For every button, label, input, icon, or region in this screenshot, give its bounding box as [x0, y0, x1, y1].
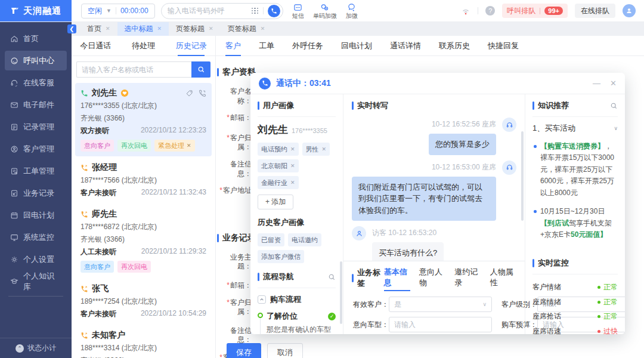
call-card-zhang-manager[interactable]: 张经理 187****7566 (北京/北京) 客户未接听 2022/10/12… [75, 158, 212, 203]
sidebar-item-system-monitor[interactable]: 系统监控 [5, 227, 67, 247]
call-card-shi[interactable]: 师先生 178****6872 (北京/北京) 齐光银 (3366) 人工未接听… [75, 204, 212, 277]
call-time: 2022/10/12 11:32:43 [141, 188, 206, 198]
help-icon[interactable]: ? [485, 6, 495, 16]
agent-status-value[interactable]: 空闲 [88, 6, 102, 16]
tag-icon[interactable] [185, 90, 193, 97]
call-card-zhangfei[interactable]: 张飞 189****7254 (北京/北京) 客户未接听 2022/10/12 … [75, 279, 212, 324]
record-doc-icon [10, 123, 18, 131]
sidebar-item-customer-mgmt[interactable]: 客户管理 [5, 139, 67, 159]
valid-customer-select[interactable]: 是 ∨ [389, 297, 492, 312]
search-icon[interactable] [610, 102, 618, 110]
collapse-icon[interactable] [258, 295, 266, 304]
sms-action[interactable]: 短信 [292, 3, 304, 19]
page-tab-3[interactable]: 页签标题✕ [169, 21, 221, 36]
call-card-unknown[interactable]: 未知客户 188****3314 (北京/北京) 齐光银 (3366) 人工未接… [75, 325, 212, 358]
section-marker [532, 259, 534, 267]
sidebar-item-email[interactable]: 电子邮件 [5, 95, 67, 115]
keypad-icon[interactable] [252, 8, 259, 14]
collapse-sidebar-button[interactable]: ❮ [67, 24, 76, 33]
close-icon[interactable]: ✕ [290, 163, 295, 169]
sidebar-item-call-center[interactable]: 呼叫中心 [5, 51, 67, 70]
close-icon[interactable]: ✕ [290, 146, 295, 152]
chevron-down-icon: ∨ [614, 125, 618, 131]
portrait-tags: 电话预约✕ 男性✕ 北京朝阳✕ 金融行业✕ [258, 143, 336, 189]
close-icon[interactable]: ✕ [610, 79, 617, 88]
sidebar-item-ticket-mgmt[interactable]: 工单管理 [5, 161, 67, 181]
tab-callback-plan[interactable]: 回电计划 [341, 36, 372, 56]
call-queue-pill[interactable]: 呼叫排队 99+ [502, 4, 568, 18]
qr-add-wechat-action[interactable]: 单码加微 [313, 3, 337, 19]
monitor-section-title: 实时监控 [532, 258, 618, 274]
history-tag[interactable]: 电话邀约 [288, 233, 321, 246]
add-wechat-action[interactable]: 加微 [346, 3, 358, 19]
tab-intent-person[interactable]: 意向人物 [419, 267, 445, 291]
call-card-liu[interactable]: 刘先生 176****3355 (北京/北京) 齐光银 (3366) 双方接听 … [75, 83, 212, 156]
tag-callback-again[interactable]: 再次回电 [117, 140, 151, 152]
history-tag[interactable]: 已留资 [258, 233, 284, 246]
sidebar-item-record-mgmt[interactable]: 记录管理 [5, 117, 67, 137]
sidebar-item-home[interactable]: 首页 [5, 29, 67, 48]
tag-callback-again[interactable]: 再次回电 [117, 261, 151, 273]
callback-phone-icon[interactable] [199, 90, 206, 97]
portrait-tag[interactable]: 电话预约✕ [258, 143, 299, 156]
close-icon[interactable]: ✕ [106, 26, 110, 32]
dial-input[interactable] [168, 7, 247, 15]
portrait-tag[interactable]: 北京朝阳✕ [258, 159, 299, 172]
portrait-tag[interactable]: 金融行业✕ [258, 176, 299, 189]
scrollbar-thumb[interactable] [521, 131, 524, 221]
minimize-icon[interactable]: — [593, 79, 600, 88]
sidebar-item-online-service[interactable]: 在线客服 [5, 73, 67, 92]
save-button[interactable]: 保存 [227, 343, 261, 358]
online-queue-pill[interactable]: 在线排队 [575, 4, 615, 18]
tab-contact-history[interactable]: 联系历史 [439, 36, 470, 56]
sidebar-item-personal-settings[interactable]: 个人设置 [5, 249, 67, 269]
history-tag[interactable]: 添加客户微信 [258, 250, 304, 263]
tab-quick-reply[interactable]: 快捷回复 [488, 36, 519, 56]
tab-ticket[interactable]: 工单 [259, 36, 274, 56]
tab-pending[interactable]: 待处理 [119, 36, 167, 55]
tab-invite-record[interactable]: 邀约记录 [454, 267, 481, 291]
dial-input-box[interactable] [161, 3, 283, 19]
sidebar-item-knowledge-base[interactable]: 个人知识库 [5, 271, 67, 291]
process-step[interactable]: 了解价位✓ 那您是有确认的车型了吗，想先了解价位还是想再对比一下竞品呢? [267, 311, 336, 334]
tag-intent-customer[interactable]: 意向客户 [80, 140, 114, 152]
close-icon[interactable]: ✕ [157, 26, 162, 32]
tag-intent-customer[interactable]: 意向客户 [80, 261, 114, 273]
mail-icon [10, 101, 18, 109]
tab-person-attr[interactable]: 人物属性 [490, 267, 516, 291]
phone-missed-icon [80, 164, 88, 172]
close-icon[interactable]: ✕ [290, 180, 295, 186]
page-tab-4[interactable]: 页签标题✕ [221, 21, 273, 36]
search-icon[interactable] [328, 273, 336, 281]
tab-call-detail[interactable]: 通话详情 [390, 36, 421, 56]
topbar-right: ? 呼叫排队 99+ 在线排队 [461, 4, 644, 18]
knowledge-group[interactable]: 1、买车活动 ∨ [532, 123, 618, 134]
close-icon[interactable]: ✕ [322, 146, 327, 152]
agent-status-box[interactable]: 空闲 ▼ 00:00:00 [81, 4, 155, 18]
business-tags-tabs: 基本信息 意向人物 邀约记录 人物属性 [384, 267, 516, 291]
tab-customer[interactable]: 客户 [225, 36, 241, 56]
tab-outbound-task[interactable]: 外呼任务 [292, 36, 323, 56]
tab-history[interactable]: 历史记录 [168, 36, 215, 55]
search-button[interactable] [191, 61, 210, 78]
visitor-avatar [352, 226, 366, 240]
close-icon[interactable]: ✕ [209, 26, 213, 32]
sidebar-status-summary[interactable]: ⌃ 状态小计 [0, 338, 72, 358]
tab-today-calls[interactable]: 今日通话 [72, 36, 119, 55]
add-tag-button[interactable]: + 添加 [258, 195, 293, 209]
cancel-button[interactable]: 取消 [267, 343, 303, 358]
scrollbar-thumb[interactable] [340, 261, 342, 324]
intent-model-input[interactable] [394, 320, 487, 329]
dial-call-button[interactable] [268, 5, 280, 17]
call-search-input[interactable] [76, 61, 191, 78]
portrait-tag[interactable]: 男性✕ [302, 143, 330, 156]
page-tab-home[interactable]: 首页✕ [80, 21, 117, 36]
page-tab-selected[interactable]: 选中标题✕ [117, 21, 169, 36]
tag-urgent[interactable]: 紧急处理✕ [154, 140, 195, 152]
close-icon[interactable]: ✕ [261, 26, 265, 32]
sidebar-item-callback-plan[interactable]: 回电计划 [5, 205, 67, 225]
tab-basic-info[interactable]: 基本信息 [384, 267, 410, 291]
avatar[interactable] [623, 4, 636, 17]
sidebar-item-business-record[interactable]: 业务记录 [5, 183, 67, 203]
close-icon[interactable]: ✕ [187, 143, 191, 149]
